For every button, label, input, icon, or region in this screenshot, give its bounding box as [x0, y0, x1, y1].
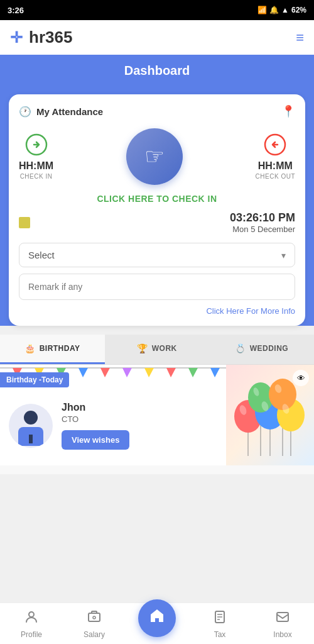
svg-marker-8: [122, 368, 132, 377]
nav-profile[interactable]: Profile: [0, 609, 63, 639]
checkin-circle-button[interactable]: ☞: [126, 128, 183, 185]
attendance-type-select[interactable]: Select ▾: [19, 243, 295, 267]
attendance-header: 🕐 My Attendance 📍: [19, 104, 295, 118]
svg-rect-33: [89, 613, 100, 621]
view-wishes-button[interactable]: View wishes: [62, 430, 129, 450]
logo-area: ✛ hr365: [10, 28, 72, 47]
svg-marker-7: [100, 368, 110, 377]
work-tab-icon: 🏆: [137, 343, 148, 353]
check-out-item: HH:MM CHECK OUT: [256, 133, 295, 180]
check-out-time: HH:MM: [256, 160, 295, 172]
nav-home[interactable]: [126, 612, 188, 637]
wifi-icon: ▲: [281, 6, 289, 14]
status-icons: 📶 🔔 ▲ 62%: [257, 6, 306, 14]
check-out-label: CHECK OUT: [256, 173, 295, 180]
hand-pointer-icon: ☞: [144, 143, 165, 170]
birthday-person-name: Jhon: [62, 402, 217, 413]
svg-point-32: [29, 612, 34, 617]
app-header: ✛ hr365 ≡: [0, 20, 314, 55]
tabs-section: 🎂 BIRTHDAY 🏆 WORK 💍 WEDDING: [0, 335, 314, 474]
main-content: 🕐 My Attendance 📍 HH:MM CHECK IN: [0, 87, 314, 326]
nav-tax[interactable]: Tax: [188, 609, 251, 639]
eye-icon: 👁: [293, 370, 309, 386]
tab-birthday[interactable]: 🎂 BIRTHDAY: [0, 335, 105, 364]
birthday-section: Birthday -Today J: [0, 365, 314, 474]
check-out-icon: [256, 133, 295, 160]
tax-nav-label: Tax: [214, 630, 226, 639]
chevron-down-icon: ▾: [281, 250, 286, 260]
location-icon: 📍: [281, 104, 295, 118]
select-value: Select: [28, 250, 55, 260]
birthday-card: Birthday -Today J: [0, 365, 314, 465]
check-in-icon: [19, 133, 53, 160]
birthday-person-info: Jhon CTO View wishes: [62, 402, 217, 450]
check-in-time: HH:MM: [19, 160, 53, 172]
status-time: 3:26: [8, 6, 24, 15]
logo-text: hr365: [29, 28, 72, 47]
svg-marker-11: [188, 368, 198, 377]
wedding-tab-icon: 💍: [235, 343, 246, 353]
profile-nav-label: Profile: [21, 630, 42, 639]
birthday-tab-icon: 🎂: [24, 343, 36, 353]
tab-wedding[interactable]: 💍 WEDDING: [209, 335, 314, 364]
battery-icon: 62%: [291, 6, 306, 14]
person-tie: [29, 435, 33, 443]
salary-nav-label: Salary: [84, 630, 105, 639]
inbox-nav-label: Inbox: [273, 630, 291, 639]
tabs-bar: 🎂 BIRTHDAY 🏆 WORK 💍 WEDDING: [0, 335, 314, 365]
home-button[interactable]: [138, 599, 176, 637]
status-bar: 3:26 📶 🔔 ▲ 62%: [0, 0, 314, 20]
bottom-navigation: Profile Salary: [0, 602, 314, 644]
logo-icon: ✛: [10, 29, 23, 47]
balloons-decoration: 👁: [226, 365, 314, 465]
attendance-title: 🕐 My Attendance: [19, 106, 103, 118]
attendance-title-text: My Attendance: [36, 106, 103, 117]
home-nav-icon: [148, 607, 166, 629]
clock-time: 03:26:10 PM: [230, 211, 295, 225]
nav-salary[interactable]: Salary: [63, 609, 126, 639]
work-tab-label: WORK: [152, 344, 177, 353]
tax-nav-icon: [212, 609, 227, 628]
svg-point-34: [93, 616, 95, 619]
avatar: [9, 404, 53, 448]
dashboard-banner: Dashboard: [0, 55, 314, 87]
person-figure: [18, 406, 43, 446]
current-time-display: 03:26:10 PM Mon 5 December: [230, 211, 295, 234]
svg-marker-6: [78, 368, 88, 377]
attendance-card: 🕐 My Attendance 📍 HH:MM CHECK IN: [9, 94, 305, 326]
svg-point-26: [269, 379, 296, 410]
inbox-nav-icon: [275, 609, 290, 628]
check-row: HH:MM CHECK IN ☞ HH:MM CHE: [19, 128, 295, 185]
svg-marker-12: [210, 368, 220, 377]
person-head: [24, 411, 38, 425]
dashboard-title: Dashboard: [124, 64, 190, 77]
profile-nav-icon: [24, 609, 39, 628]
clock-icon: 🕐: [19, 106, 31, 118]
salary-nav-icon: [87, 609, 102, 628]
svg-marker-9: [144, 368, 154, 377]
status-indicator: [19, 217, 30, 228]
tab-work[interactable]: 🏆 WORK: [105, 335, 210, 364]
current-date: Mon 5 December: [230, 225, 295, 234]
nav-inbox[interactable]: Inbox: [251, 609, 314, 639]
more-info-link[interactable]: Click Here For More Info: [19, 306, 295, 316]
svg-marker-10: [166, 368, 176, 377]
check-in-item: HH:MM CHECK IN: [19, 133, 53, 180]
time-row: 03:26:10 PM Mon 5 December: [19, 211, 295, 234]
sim-icon: 📶: [257, 6, 267, 14]
remark-input[interactable]: [19, 274, 295, 300]
birthday-tab-label: BIRTHDAY: [40, 344, 80, 353]
birthday-person-role: CTO: [62, 414, 217, 424]
svg-rect-39: [277, 613, 288, 621]
vibrate-icon: 🔔: [269, 6, 279, 14]
menu-button[interactable]: ≡: [296, 30, 304, 46]
birthday-today-badge: Birthday -Today: [0, 372, 69, 387]
click-checkin-label: CLICK HERE TO CHECK IN: [19, 194, 295, 204]
wedding-tab-label: WEDDING: [250, 344, 289, 353]
check-in-label: CHECK IN: [19, 173, 53, 180]
